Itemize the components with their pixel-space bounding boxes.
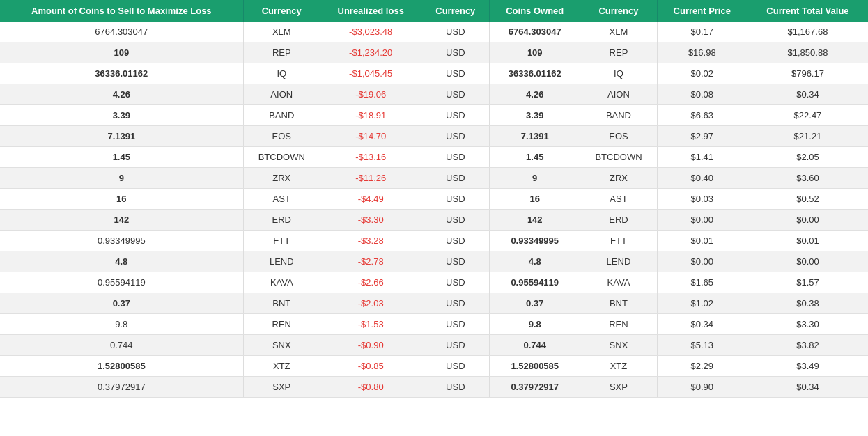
table-row: 0.95594119KAVA-$2.66USD0.95594119KAVA$1.… — [0, 272, 868, 293]
table-row: 1.52800585XTZ-$0.85USD1.52800585XTZ$2.29… — [0, 356, 868, 377]
column-header-2: Unrealized loss — [320, 0, 421, 22]
cell-14-3: USD — [421, 314, 490, 335]
column-header-7: Current Total Value — [747, 0, 868, 22]
cell-0-3: USD — [421, 22, 490, 42]
table-row: 3.39BAND-$18.91USD3.39BAND$6.63$22.47 — [0, 105, 868, 126]
cell-5-5: EOS — [580, 126, 657, 147]
cell-2-5: IQ — [580, 63, 657, 84]
cell-1-4: 109 — [490, 42, 580, 63]
cell-0-7: $1,167.68 — [747, 22, 868, 42]
table-row: 4.26AION-$19.06USD4.26AION$0.08$0.34 — [0, 84, 868, 105]
cell-14-5: REN — [580, 314, 657, 335]
cell-12-2: -$2.66 — [320, 272, 421, 293]
cell-17-2: -$0.80 — [320, 377, 421, 398]
cell-10-4: 0.93349995 — [490, 231, 580, 251]
cell-11-2: -$2.78 — [320, 251, 421, 272]
cell-2-0: 36336.01162 — [0, 63, 243, 84]
cell-0-5: XLM — [580, 22, 657, 42]
cell-10-6: $0.01 — [657, 231, 747, 251]
table-row: 16AST-$4.49USD16AST$0.03$0.52 — [0, 189, 868, 210]
cell-9-7: $0.00 — [747, 210, 868, 231]
table-body: 6764.303047XLM-$3,023.48USD6764.303047XL… — [0, 22, 868, 398]
cell-2-4: 36336.01162 — [490, 63, 580, 84]
cell-2-7: $796.17 — [747, 63, 868, 84]
cell-10-5: FTT — [580, 231, 657, 251]
cell-16-2: -$0.85 — [320, 356, 421, 377]
column-header-1: Currency — [243, 0, 320, 22]
cell-7-5: ZRX — [580, 168, 657, 189]
cell-7-2: -$11.26 — [320, 168, 421, 189]
cell-3-2: -$19.06 — [320, 84, 421, 105]
cell-9-3: USD — [421, 210, 490, 231]
cell-6-2: -$13.16 — [320, 147, 421, 168]
cell-1-3: USD — [421, 42, 490, 63]
cell-9-6: $0.00 — [657, 210, 747, 231]
column-header-5: Currency — [580, 0, 657, 22]
table-row: 4.8LEND-$2.78USD4.8LEND$0.00$0.00 — [0, 251, 868, 272]
cell-1-1: REP — [243, 42, 320, 63]
cell-0-2: -$3,023.48 — [320, 22, 421, 42]
cell-4-2: -$18.91 — [320, 105, 421, 126]
cell-11-1: LEND — [243, 251, 320, 272]
cell-10-0: 0.93349995 — [0, 231, 243, 251]
cell-9-2: -$3.30 — [320, 210, 421, 231]
cell-13-7: $0.38 — [747, 293, 868, 314]
cell-11-4: 4.8 — [490, 251, 580, 272]
cell-5-7: $21.21 — [747, 126, 868, 147]
cell-4-5: BAND — [580, 105, 657, 126]
cell-8-5: AST — [580, 189, 657, 210]
cell-13-5: BNT — [580, 293, 657, 314]
cell-1-6: $16.98 — [657, 42, 747, 63]
table-row: 7.1391EOS-$14.70USD7.1391EOS$2.97$21.21 — [0, 126, 868, 147]
cell-13-4: 0.37 — [490, 293, 580, 314]
cell-16-5: XTZ — [580, 356, 657, 377]
crypto-table: Amount of Coins to Sell to Maximize Loss… — [0, 0, 868, 398]
table-row: 0.93349995FTT-$3.28USD0.93349995FTT$0.01… — [0, 231, 868, 251]
cell-12-6: $1.65 — [657, 272, 747, 293]
cell-6-7: $2.05 — [747, 147, 868, 168]
cell-15-7: $3.82 — [747, 335, 868, 356]
cell-12-3: USD — [421, 272, 490, 293]
cell-1-7: $1,850.88 — [747, 42, 868, 63]
table-header: Amount of Coins to Sell to Maximize Loss… — [0, 0, 868, 22]
cell-6-5: BTCDOWN — [580, 147, 657, 168]
cell-12-1: KAVA — [243, 272, 320, 293]
cell-5-3: USD — [421, 126, 490, 147]
cell-17-6: $0.90 — [657, 377, 747, 398]
cell-5-0: 7.1391 — [0, 126, 243, 147]
cell-10-2: -$3.28 — [320, 231, 421, 251]
cell-17-1: SXP — [243, 377, 320, 398]
cell-15-2: -$0.90 — [320, 335, 421, 356]
cell-6-6: $1.41 — [657, 147, 747, 168]
cell-16-4: 1.52800585 — [490, 356, 580, 377]
cell-4-7: $22.47 — [747, 105, 868, 126]
cell-8-2: -$4.49 — [320, 189, 421, 210]
table-row: 1.45BTCDOWN-$13.16USD1.45BTCDOWN$1.41$2.… — [0, 147, 868, 168]
table-row: 142ERD-$3.30USD142ERD$0.00$0.00 — [0, 210, 868, 231]
cell-2-2: -$1,045.45 — [320, 63, 421, 84]
table-row: 9ZRX-$11.26USD9ZRX$0.40$3.60 — [0, 168, 868, 189]
cell-16-0: 1.52800585 — [0, 356, 243, 377]
column-header-3: Currency — [421, 0, 490, 22]
cell-7-1: ZRX — [243, 168, 320, 189]
cell-3-7: $0.34 — [747, 84, 868, 105]
cell-2-3: USD — [421, 63, 490, 84]
cell-9-0: 142 — [0, 210, 243, 231]
cell-4-0: 3.39 — [0, 105, 243, 126]
cell-13-3: USD — [421, 293, 490, 314]
cell-2-6: $0.02 — [657, 63, 747, 84]
cell-13-2: -$2.03 — [320, 293, 421, 314]
cell-8-0: 16 — [0, 189, 243, 210]
column-header-6: Current Price — [657, 0, 747, 22]
cell-14-6: $0.34 — [657, 314, 747, 335]
cell-3-4: 4.26 — [490, 84, 580, 105]
cell-1-5: REP — [580, 42, 657, 63]
cell-15-1: SNX — [243, 335, 320, 356]
cell-4-4: 3.39 — [490, 105, 580, 126]
cell-14-4: 9.8 — [490, 314, 580, 335]
cell-7-4: 9 — [490, 168, 580, 189]
cell-14-7: $3.30 — [747, 314, 868, 335]
cell-14-2: -$1.53 — [320, 314, 421, 335]
cell-6-0: 1.45 — [0, 147, 243, 168]
table-row: 0.37BNT-$2.03USD0.37BNT$1.02$0.38 — [0, 293, 868, 314]
